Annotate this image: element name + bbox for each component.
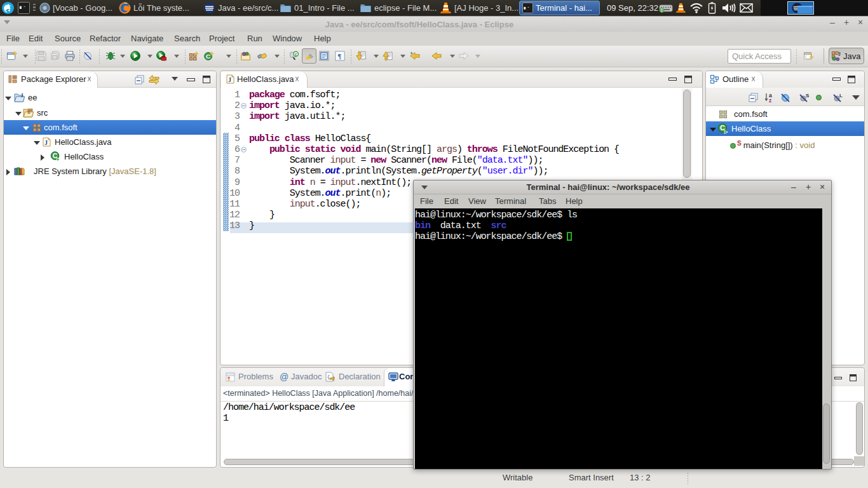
svg-text:L: L	[839, 93, 843, 98]
svg-text:J: J	[21, 93, 24, 98]
svg-text:C: C	[295, 53, 297, 57]
svg-text:¶: ¶	[337, 52, 341, 60]
svg-text:▖-: ▖-	[19, 4, 26, 9]
svg-text:z: z	[769, 97, 771, 103]
svg-text:▖-: ▖-	[524, 5, 530, 10]
svg-text:J: J	[228, 76, 231, 83]
svg-text:J: J	[44, 139, 48, 146]
svg-text:S: S	[806, 93, 810, 98]
svg-text:J: J	[838, 51, 841, 57]
